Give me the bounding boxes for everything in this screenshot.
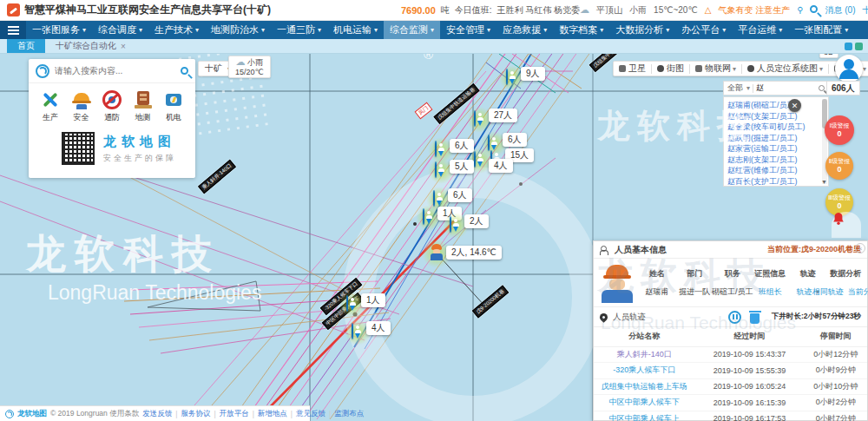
footer-link[interactable]: 开放平台	[220, 409, 249, 419]
tab-auto[interactable]: 十矿综合自动化×	[45, 39, 136, 53]
station-link[interactable]: 乘人斜井-140口	[594, 346, 695, 363]
street-map-button[interactable]: 街图	[657, 62, 684, 75]
nav-item-yjjy[interactable]: 应急救援▾	[496, 21, 553, 39]
shortcut-geology[interactable]: 地测	[130, 90, 156, 123]
station-link[interactable]: 戊组集中轨运输巷上车场	[594, 378, 695, 395]
chevron-down-icon: ▾	[779, 26, 782, 34]
people-result-item[interactable]: 赵红营(维修工/员工)	[727, 165, 825, 176]
current-station-link[interactable]: 当前分站	[848, 286, 868, 298]
shortcut-ventilation[interactable]: 通防	[99, 90, 125, 123]
station-link[interactable]: 中区中部乘人候车下	[594, 395, 695, 411]
person-marker[interactable]: 4人	[474, 152, 476, 168]
station-link[interactable]: 中区中部乘人候车上	[594, 411, 695, 421]
nav-item-aqgl[interactable]: 安全管理▾	[440, 21, 496, 39]
people-filter-dropdown[interactable]: 全部▾	[727, 82, 750, 94]
people-result-item[interactable]: 赵铭辉(支架工/员工)	[727, 111, 825, 122]
nav-item-yztfw[interactable]: 一张图服务▾	[26, 21, 92, 39]
table-row: 戊组集中轨运输巷上车场2019-10-09 16:05:240小时10分钟	[594, 378, 867, 395]
search-icon[interactable]	[819, 85, 825, 91]
chevron-down-icon: ▾	[863, 65, 866, 73]
person-marker[interactable]: 27人	[474, 111, 476, 127]
mine-map[interactable]: 戊组集中轨运输巷 戊组集中轨道运输巷 乘人斜井-140口 -320乘人候车下口 …	[0, 54, 868, 421]
nav-item-zhdd[interactable]: 综合调度▾	[92, 21, 148, 39]
people-result-item[interactable]: 赵家营(运输工/员工)	[727, 143, 825, 155]
shortcut-safety[interactable]: 安全	[69, 90, 95, 123]
chevron-down-icon: ▾	[139, 26, 142, 34]
shortcut-production[interactable]: 生产	[37, 90, 63, 123]
close-icon[interactable]: ✕	[788, 99, 801, 112]
pause-button[interactable]	[728, 311, 741, 324]
person-count-label: 6人	[448, 188, 472, 202]
warning-icon: △	[705, 5, 712, 15]
alarm-badge-level1[interactable]: Ⅰ级警报0	[825, 115, 854, 145]
person-count-label: 27人	[489, 109, 517, 122]
alarm-badge-level2[interactable]: Ⅱ级警报0	[825, 152, 853, 180]
map-search-input[interactable]	[55, 66, 175, 76]
person-marker[interactable]: 1人	[346, 296, 348, 312]
footer-link[interactable]: 监测布点	[334, 409, 364, 419]
cert-link[interactable]: 班组长	[759, 286, 782, 298]
person-marker[interactable]: 6人	[433, 191, 435, 207]
people-result-item[interactable]: 赵瑞甫(砌碹工/员工)	[727, 100, 825, 111]
chevron-down-icon: ▾	[195, 26, 199, 34]
person-count-label: 9人	[521, 67, 545, 81]
people-result-item[interactable]: 赵金梁(绞车司机/员工)	[727, 122, 825, 133]
user-avatar-button[interactable]	[835, 55, 863, 82]
person-pin-icon	[506, 69, 508, 85]
layer-square-icon[interactable]	[845, 43, 852, 50]
person-marker[interactable]: 5人	[435, 162, 437, 178]
satellite-icon	[619, 65, 626, 72]
close-icon[interactable]: ×	[121, 42, 126, 51]
tab-home[interactable]: 首页	[7, 39, 45, 53]
layer-square-icon[interactable]	[855, 43, 863, 50]
person-marker[interactable]: 9人	[506, 69, 508, 85]
person-marker[interactable]: 6人	[488, 135, 490, 151]
footer-link[interactable]: 发送反馈	[142, 409, 172, 419]
top-header: 智慧平煤神马工业互联网安全生产信息共享平台(十矿) 7690.00 吨 今日值班…	[0, 0, 868, 21]
iot-dropdown[interactable]: 物联网▾	[695, 62, 736, 75]
trash-icon[interactable]	[750, 313, 760, 324]
nav-item-ytsf[interactable]: 一通三防▾	[271, 21, 327, 39]
table-row: -320乘人候车下口2019-10-09 15:55:390小时9分钟	[594, 363, 867, 379]
person-system-dropdown[interactable]: 人员定位系统图▾	[747, 62, 823, 75]
user-menu[interactable]: 十矿管理员 ∨	[862, 4, 868, 16]
search-icon[interactable]	[181, 67, 188, 75]
footer-link[interactable]: 意见反馈	[296, 409, 326, 419]
search-icon[interactable]	[810, 5, 818, 15]
satellite-button[interactable]: 卫星	[619, 62, 646, 75]
same-track-link[interactable]: 相同轨迹	[812, 286, 844, 298]
production-unit: 吨	[441, 4, 450, 16]
people-result-item[interactable]: 赵跃明(掘进工/员工)	[727, 133, 825, 144]
footer-link[interactable]: 新增地点	[258, 409, 287, 419]
person-marker[interactable]: 4人	[352, 324, 353, 339]
person-marker[interactable]: 6人	[435, 141, 437, 157]
hamburger-menu-icon[interactable]	[0, 21, 26, 39]
scroll-down-icon[interactable]: ▼	[821, 179, 827, 185]
people-result-item[interactable]: 赵志刚(支架工/员工)	[727, 155, 825, 166]
panel-close-button[interactable]: ×	[855, 243, 865, 253]
shortcut-mechatronics[interactable]: 机电	[161, 90, 187, 123]
nav-item-szda[interactable]: 数字档案▾	[553, 21, 609, 39]
nav-item-yztpz[interactable]: 一张图配置▾	[788, 21, 854, 39]
longruan-logo-icon	[5, 410, 14, 418]
nav-item-dsjfx[interactable]: 大数据分析▾	[609, 21, 675, 39]
table-row: 乘人斜井-140口2019-10-09 15:43:370小时12分钟	[594, 346, 867, 363]
people-result-item[interactable]: 赵百长(支护工/员工)	[727, 176, 825, 187]
location-icon[interactable]: ⚲	[797, 5, 803, 15]
nav-item-dcfzs[interactable]: 地测防治水▾	[205, 21, 271, 39]
messages-button[interactable]: 消息 (0)	[825, 4, 855, 16]
alarm-bell-button[interactable]	[832, 212, 861, 238]
person-marker[interactable]: 2人	[450, 217, 451, 233]
nav-item-zhjc-active[interactable]: 综合监测▾	[384, 21, 440, 39]
nav-item-ptyw[interactable]: 平台运维▾	[732, 21, 788, 39]
person-marker[interactable]: 1人	[423, 209, 424, 225]
footer-link[interactable]: 服务协议	[181, 409, 210, 419]
person-pin-icon	[474, 110, 476, 127]
nav-item-bgpt[interactable]: 办公平台▾	[675, 21, 732, 39]
station-link[interactable]: -320乘人候车下口	[594, 363, 695, 379]
tabbar-controls[interactable]	[845, 39, 868, 53]
nav-item-scjs[interactable]: 生产技术▾	[148, 21, 205, 39]
cloud-icon: ☁	[236, 56, 246, 67]
people-search-input[interactable]: 赵	[756, 82, 816, 94]
nav-item-jdys[interactable]: 机电运输▾	[327, 21, 384, 39]
